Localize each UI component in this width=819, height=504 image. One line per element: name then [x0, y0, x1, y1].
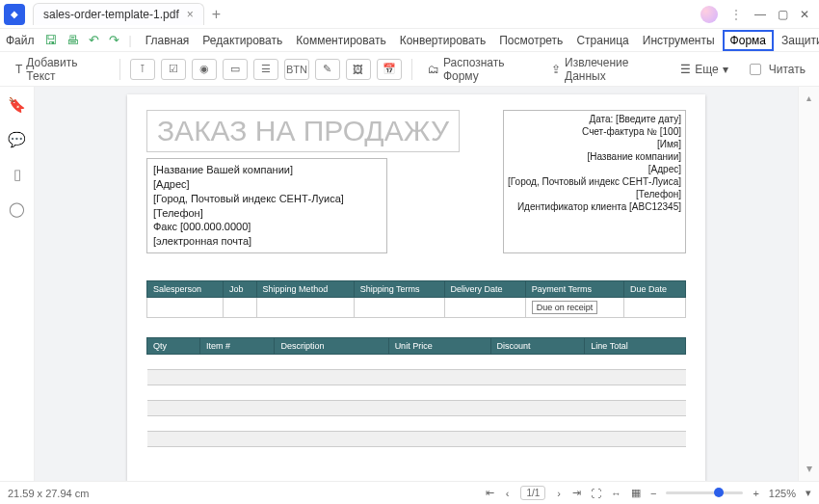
- scroll-down-icon[interactable]: ▾: [806, 462, 812, 475]
- close-tab-icon[interactable]: ×: [187, 8, 194, 21]
- customer-info: Дата: [Введите дату]Счет-фактура № [100]…: [503, 110, 686, 253]
- date-tool[interactable]: 📅: [377, 59, 402, 80]
- zoom-out-icon[interactable]: −: [650, 488, 656, 499]
- bookmark-icon[interactable]: 🔖: [8, 96, 26, 114]
- line-items-table: QtyItem #DescriptionUnit PriceDiscountLi…: [146, 337, 686, 447]
- image-tool[interactable]: 🖼: [346, 59, 371, 80]
- search-rail-icon[interactable]: ◯: [9, 200, 25, 218]
- menu-посмотреть[interactable]: Посмотреть: [493, 32, 568, 49]
- document-tab[interactable]: sales-order-template-1.pdf ×: [33, 3, 204, 25]
- page-number[interactable]: 1/1: [520, 486, 545, 500]
- upload-icon: ⇪: [551, 63, 561, 76]
- right-scrollbar[interactable]: ▴ ▾: [798, 87, 819, 481]
- layout-icon[interactable]: ▦: [631, 487, 641, 499]
- first-page-icon[interactable]: ⇤: [486, 487, 494, 499]
- menu-конвертировать[interactable]: Конвертировать: [394, 32, 492, 49]
- signature-tool[interactable]: ✎: [315, 59, 340, 80]
- window-close-icon[interactable]: ✕: [800, 8, 809, 21]
- menu-редактировать[interactable]: Редактировать: [197, 32, 288, 49]
- file-menu[interactable]: Файл: [6, 34, 35, 47]
- menu-страница[interactable]: Страница: [570, 32, 634, 49]
- redo-icon[interactable]: ↷: [109, 33, 119, 47]
- left-sidebar: 🔖 💬 ▯ ◯: [0, 87, 35, 481]
- minimize-icon[interactable]: —: [754, 8, 766, 21]
- page-dimensions: 21.59 x 27.94 cm: [8, 488, 89, 499]
- prev-page-icon[interactable]: ‹: [506, 488, 510, 499]
- last-page-icon[interactable]: ⇥: [572, 487, 581, 499]
- maximize-icon[interactable]: ▢: [778, 8, 788, 21]
- fit-page-icon[interactable]: ⛶: [591, 488, 601, 499]
- next-page-icon[interactable]: ›: [557, 488, 561, 499]
- undo-icon[interactable]: ↶: [89, 33, 99, 47]
- menu-защитить[interactable]: Защитить: [776, 32, 819, 49]
- thumbnails-icon[interactable]: ▯: [13, 166, 21, 183]
- save-icon[interactable]: 🖫: [44, 33, 57, 47]
- dropdown-tool[interactable]: ▭: [223, 59, 248, 80]
- scroll-up-icon[interactable]: ▴: [806, 93, 811, 103]
- form-toolbar: T Добавить Текст ⊺ ☑ ◉ ▭ ☰ BTN ✎ 🖼 📅 🗂 Р…: [0, 52, 819, 87]
- zoom-in-icon[interactable]: +: [753, 488, 758, 499]
- avatar[interactable]: [700, 6, 718, 23]
- order-meta-table: SalespersonJobShipping MethodShipping Te…: [146, 280, 686, 318]
- form-field-tools: ⊺ ☑ ◉ ▭ ☰ BTN ✎ 🖼 📅: [130, 59, 402, 80]
- zoom-slider[interactable]: [666, 491, 743, 494]
- text-icon: T: [15, 63, 22, 76]
- read-toggle[interactable]: Читать: [744, 59, 811, 80]
- button-tool[interactable]: BTN: [284, 59, 309, 80]
- kebab-menu-icon[interactable]: ⋮: [729, 7, 743, 22]
- add-tab-button[interactable]: +: [212, 6, 221, 23]
- menu-инструменты[interactable]: Инструменты: [637, 32, 721, 49]
- menu-форма[interactable]: Форма: [723, 30, 774, 51]
- extract-data-button[interactable]: ⇪ Извлечение Данных: [545, 52, 669, 87]
- app-icon: ◆: [4, 4, 25, 25]
- more-button[interactable]: ☰ Еще ▾: [674, 59, 733, 80]
- statusbar: 21.59 x 27.94 cm ⇤ ‹ 1/1 › ⇥ ⛶ ↔ ▦ − + 1…: [0, 481, 819, 504]
- listbox-tool[interactable]: ☰: [253, 59, 278, 80]
- form-icon: 🗂: [428, 63, 439, 76]
- recognize-form-button[interactable]: 🗂 Распознать Форму: [422, 52, 540, 87]
- menu-комментировать[interactable]: Комментировать: [290, 32, 391, 49]
- zoom-dropdown-icon[interactable]: ▾: [806, 487, 811, 499]
- fit-width-icon[interactable]: ↔: [611, 488, 621, 499]
- print-icon[interactable]: 🖶: [66, 33, 79, 47]
- document-page: ЗАКАЗ НА ПРОДАЖУ [Название Вашей компани…: [127, 94, 705, 481]
- menubar: Файл 🖫 🖶 ↶ ↷ | ГлавнаяРедактироватьКомме…: [0, 29, 819, 52]
- titlebar: ◆ sales-order-template-1.pdf × + ⋮ — ▢ ✕: [0, 0, 819, 29]
- document-canvas[interactable]: ЗАКАЗ НА ПРОДАЖУ [Название Вашей компани…: [35, 87, 798, 481]
- text-field-tool[interactable]: ⊺: [130, 59, 155, 80]
- tab-title: sales-order-template-1.pdf: [43, 8, 179, 21]
- comment-icon[interactable]: 💬: [8, 131, 26, 148]
- checkbox-tool[interactable]: ☑: [161, 59, 186, 80]
- doc-title: ЗАКАЗ НА ПРОДАЖУ: [146, 110, 460, 152]
- company-info: [Название Вашей компании][Адрес][Город, …: [146, 158, 387, 253]
- zoom-level[interactable]: 125%: [769, 488, 796, 499]
- menu-главная[interactable]: Главная: [140, 32, 196, 49]
- add-text-button[interactable]: T Добавить Текст: [8, 52, 110, 87]
- radio-tool[interactable]: ◉: [192, 59, 217, 80]
